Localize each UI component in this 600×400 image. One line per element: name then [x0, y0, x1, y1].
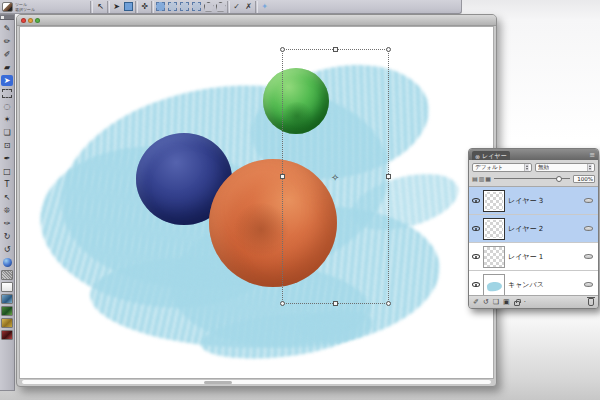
airbrush-tool[interactable]: ✐ [1, 49, 13, 60]
selection-handle-se[interactable] [386, 301, 391, 306]
quick-mask-wand-icon[interactable]: ✦ [259, 1, 270, 12]
eraser-tool[interactable]: ▰ [1, 62, 13, 73]
eyedropper-tool[interactable]: ✒ [1, 153, 13, 164]
canvas-page[interactable]: ✧ [19, 26, 494, 379]
rotate-cw-tool[interactable]: ↻ [1, 231, 13, 242]
selection-move-icon[interactable]: ➤ [111, 1, 122, 12]
selection-handle-ne[interactable] [386, 47, 391, 52]
tool-info-line2: 選択ツール [15, 7, 35, 12]
layer-row[interactable]: キャンバス [469, 271, 598, 295]
layer-row[interactable]: レイヤー 3 [469, 187, 598, 215]
selection-new-icon[interactable] [155, 1, 166, 12]
active-tool-brush-icon[interactable] [2, 2, 13, 12]
canvas-window-titlebar[interactable] [17, 15, 496, 26]
select-arrow-tool[interactable]: ➤ [1, 75, 13, 86]
thumbnail-paint-blob [486, 281, 502, 292]
cancel-selection-icon[interactable]: ✗ [243, 1, 254, 12]
delete-layer-icon[interactable] [588, 298, 594, 306]
horizontal-scrollbar[interactable] [21, 379, 492, 385]
layer-paint-indicator-icon [584, 198, 593, 203]
selection-handle-n[interactable] [333, 47, 338, 52]
layer-list: レイヤー 3レイヤー 2レイヤー 1キャンバス [469, 187, 598, 295]
zoom-window-button[interactable] [35, 18, 40, 23]
selection-handle-w[interactable] [280, 174, 285, 179]
lasso-tool[interactable]: ◌ [1, 101, 13, 112]
ink-pen-tool[interactable]: ✑ [1, 218, 13, 229]
dot-indicator[interactable]: · [524, 297, 526, 307]
tool-palette-header[interactable] [0, 15, 14, 20]
confirm-selection-icon[interactable]: ✓ [231, 1, 242, 12]
lock-all-icon[interactable]: ▦ [485, 175, 491, 182]
lock-icon[interactable] [514, 301, 520, 306]
layers-panel-tab[interactable]: ⊗ レイヤー [472, 151, 510, 161]
magic-wand-tool[interactable]: ✶ [1, 114, 13, 125]
selection-float-icon[interactable] [123, 1, 134, 12]
layer-thumbnail[interactable] [483, 190, 505, 212]
visibility-eye-icon[interactable] [472, 226, 480, 231]
selection-center-marker[interactable]: ✧ [331, 172, 339, 183]
mask-icon[interactable]: ▣ [503, 297, 510, 307]
selection-intersect-icon[interactable] [191, 1, 202, 12]
visibility-eye-icon[interactable] [472, 282, 480, 287]
duplicate-move-tool[interactable]: ❏ [1, 127, 13, 138]
divider [135, 1, 138, 13]
layers-panel-titlebar[interactable]: ⊗ レイヤー ≡ [469, 149, 598, 160]
close-window-button[interactable] [21, 18, 26, 23]
paint-mode-icon[interactable]: ✐ [473, 297, 479, 307]
blend-mode-dropdown[interactable]: デフォルト [472, 163, 532, 172]
free-transform-icon[interactable]: ✜ [139, 1, 150, 12]
selection-handle-s[interactable] [333, 301, 338, 306]
text-tool[interactable]: T [1, 179, 13, 190]
color-sphere-tool[interactable] [1, 257, 13, 268]
layer-row[interactable]: レイヤー 1 [469, 243, 598, 271]
effect-dropdown[interactable]: 無効 [535, 163, 595, 172]
divider [255, 1, 258, 13]
lock-pixels-icon[interactable]: ▥ [479, 175, 485, 182]
marquee-tool[interactable] [1, 88, 13, 99]
selection-add-icon[interactable] [167, 1, 178, 12]
new-layer-icon[interactable]: ❏ [493, 297, 499, 307]
anchor-move-icon[interactable]: ↖ [95, 1, 106, 12]
texture-swatch-red[interactable] [1, 330, 13, 340]
layer-thumbnail[interactable] [483, 274, 505, 296]
tool-palette-tools: ✎✏✐▰➤◌✶❏⊡✒□T↖❊✑↻↺ [0, 20, 14, 340]
opacity-slider-knob[interactable] [556, 176, 562, 182]
selection-handle-sw[interactable] [280, 301, 285, 306]
polygon-lasso-closed-icon[interactable] [215, 1, 226, 12]
texture-swatch-yellow[interactable] [1, 318, 13, 328]
texture-swatch-green[interactable] [1, 306, 13, 316]
opacity-value[interactable]: 100% [573, 175, 595, 183]
layers-panel-toolbar: ✐↺❏▣· [469, 295, 598, 308]
texture-swatch-blue[interactable] [1, 294, 13, 304]
brush-tool[interactable]: ✎ [1, 23, 13, 34]
blend-mode-value: デフォルト [475, 164, 503, 171]
horizontal-scrollbar-thumb[interactable] [204, 381, 232, 384]
selection-handle-e[interactable] [386, 174, 391, 179]
path-arrow-tool[interactable]: ↖ [1, 192, 13, 203]
layer-row[interactable]: レイヤー 2 [469, 215, 598, 243]
layer-thumbnail[interactable] [483, 218, 505, 240]
minimize-window-button[interactable] [28, 18, 33, 23]
noise-texture-swatch[interactable] [1, 270, 13, 280]
selection-handle-nw[interactable] [280, 47, 285, 52]
transfer-down-icon[interactable]: ↺ [483, 297, 489, 307]
visibility-eye-icon[interactable] [472, 254, 480, 259]
rect-shape-tool[interactable]: □ [1, 166, 13, 177]
spray-tool[interactable]: ❊ [1, 205, 13, 216]
effect-value: 無効 [538, 164, 549, 171]
crop-tool[interactable]: ⊡ [1, 140, 13, 151]
visibility-eye-icon[interactable] [472, 198, 480, 203]
pencil-tool[interactable]: ✏ [1, 36, 13, 47]
lock-transparency-icon[interactable]: ▤ [472, 175, 478, 182]
white-bar-swatch[interactable] [1, 282, 13, 292]
polygon-lasso-icon[interactable] [203, 1, 214, 12]
dropdown-arrows-icon [524, 164, 529, 171]
rotate-ccw-tool[interactable]: ↺ [1, 244, 13, 255]
opacity-slider[interactable] [494, 175, 570, 182]
layer-thumbnail[interactable] [483, 246, 505, 268]
panel-close-icon[interactable]: ⊗ [475, 153, 480, 160]
traffic-lights [21, 18, 40, 23]
selection-subtract-icon[interactable] [179, 1, 190, 12]
panel-menu-icon[interactable]: ≡ [589, 151, 595, 159]
layer-paint-indicator-icon [584, 282, 593, 287]
